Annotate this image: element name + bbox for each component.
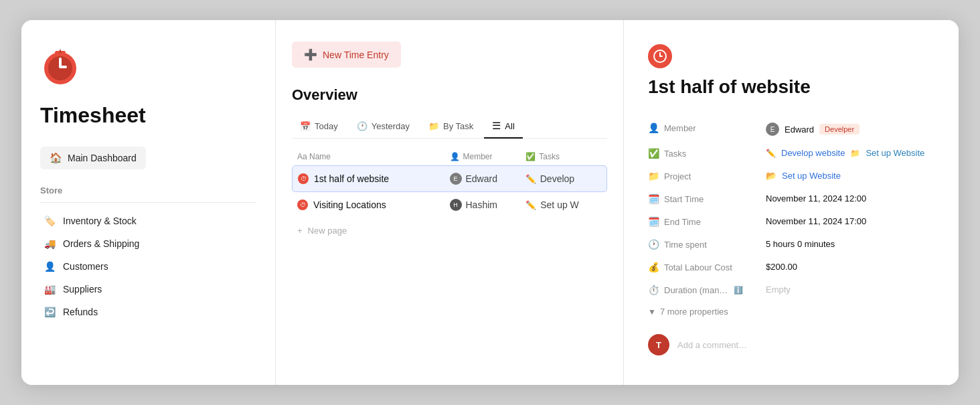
start-time-label: Start Time <box>664 194 704 204</box>
col-name-header: Aa Name <box>297 152 450 161</box>
property-start-time: 🗓️ Start Time November 11, 2024 12:00 <box>648 187 934 210</box>
tasks-label: Tasks <box>664 149 686 159</box>
entry-title: 1st half of website <box>648 76 934 98</box>
store-section-label: Store <box>40 185 256 195</box>
row-name: ⏱ Visiting Locations <box>297 199 450 210</box>
labour-cost-icon: 💰 <box>648 262 659 272</box>
entry-type-icon <box>648 44 672 68</box>
return-icon: ↩️ <box>43 305 56 319</box>
time-spent-icon: 🕐 <box>648 239 659 250</box>
task-link-icon2: 📁 <box>850 149 860 158</box>
end-time-label: End Time <box>664 217 701 227</box>
time-entry-icon: ⏱ <box>297 199 308 210</box>
task-link-icon1: ✏️ <box>766 149 776 158</box>
comment-area: T Add a comment… <box>648 334 934 355</box>
svg-rect-5 <box>60 50 61 54</box>
new-page-label: New page <box>308 226 347 236</box>
sidebar-item-label: Inventory & Stock <box>63 216 137 226</box>
new-time-entry-button[interactable]: ➕ New Time Entry <box>292 42 401 68</box>
member-col-icon: 👤 <box>450 152 460 161</box>
comment-placeholder[interactable]: Add a comment… <box>677 340 747 350</box>
svg-rect-8 <box>659 56 663 57</box>
property-project: 📁 Project 📂 Set up Website <box>648 165 934 187</box>
member-prop-icon: 👤 <box>648 123 659 133</box>
more-props-label: 7 more properties <box>660 307 728 317</box>
tab-today[interactable]: 📅 Today <box>292 116 346 138</box>
member-value-avatar: E <box>766 123 779 136</box>
sidebar-item-label: Orders & Shipping <box>63 238 139 249</box>
time-spent-label: Time spent <box>664 240 707 250</box>
task-icon: ✏️ <box>525 174 536 184</box>
task-value2[interactable]: Set up Website <box>866 148 924 158</box>
row-member: H Hashim <box>450 199 526 211</box>
tab-yesterday[interactable]: 🕐 Yesterday <box>349 116 418 138</box>
property-tasks: ✅ Tasks ✏️ Develop website 📁 Set up Webs… <box>648 142 934 165</box>
filter-tabs: 📅 Today 🕐 Yesterday 📁 By Task ☰ All <box>292 114 607 139</box>
time-spent-value: 5 hours 0 minutes <box>766 239 835 249</box>
new-entry-label: New Time Entry <box>323 50 389 60</box>
folder-icon: 📁 <box>428 121 439 131</box>
sidebar-item-refunds[interactable]: ↩️ Refunds <box>40 301 256 323</box>
col-tasks-header: ✅ Tasks <box>525 152 602 161</box>
member-label: Member <box>664 123 696 133</box>
labour-cost-label: Total Labour Cost <box>664 262 732 272</box>
project-prop-icon: 📁 <box>648 171 659 181</box>
add-new-page[interactable]: + New page <box>292 220 607 241</box>
property-labour-cost: 💰 Total Labour Cost $200.00 <box>648 256 934 278</box>
duration-value: Empty <box>766 285 791 295</box>
sidebar-item-orders[interactable]: 🚚 Orders & Shipping <box>40 232 256 255</box>
chevron-down-icon: ▼ <box>648 307 656 317</box>
clock-icon: 🕐 <box>357 121 368 131</box>
calendar-icon: 📅 <box>300 121 311 131</box>
start-time-value: November 11, 2024 12:00 <box>766 193 866 204</box>
end-time-icon: 🗓️ <box>648 216 659 227</box>
tab-today-label: Today <box>315 121 338 131</box>
duration-icon: ⏱️ <box>648 285 659 295</box>
property-time-spent: 🕐 Time spent 5 hours 0 minutes <box>648 233 934 256</box>
middle-panel: ➕ New Time Entry Overview 📅 Today 🕐 Yest… <box>276 20 624 385</box>
property-member: 👤 Member E Edward Develper <box>648 116 934 142</box>
sidebar-item-customers[interactable]: 👤 Customers <box>40 255 256 278</box>
tab-yesterday-label: Yesterday <box>372 121 410 131</box>
tasks-prop-icon: ✅ <box>648 148 659 159</box>
tab-all-label: All <box>505 121 514 131</box>
table-header: Aa Name 👤 Member ✅ Tasks <box>292 148 607 165</box>
task-value1[interactable]: Develop website <box>781 148 845 158</box>
project-value[interactable]: Set up Website <box>782 171 841 181</box>
tab-by-task-label: By Task <box>443 121 473 131</box>
task-icon: ✏️ <box>525 200 536 210</box>
sidebar-item-label: Customers <box>63 261 108 272</box>
row-member: E Edward <box>450 173 525 185</box>
sidebar-item-label: Suppliers <box>63 284 102 295</box>
truck-icon: 🚚 <box>43 237 56 250</box>
col-member-header: 👤 Member <box>450 152 526 161</box>
more-properties[interactable]: ▼ 7 more properties <box>648 307 934 317</box>
overview-title: Overview <box>292 86 607 104</box>
sidebar-item-inventory[interactable]: 🏷️ Inventory & Stock <box>40 210 256 232</box>
app-container: Timesheet 🏠 Main Dashboard Store 🏷️ Inve… <box>21 20 959 385</box>
project-label: Project <box>664 171 691 181</box>
nav-divider <box>40 202 256 203</box>
member-avatar: H <box>450 199 462 211</box>
right-panel: 1st half of website 👤 Member E Edward De… <box>624 20 959 385</box>
row-name: ⏱ 1st half of website <box>298 173 450 184</box>
table-row[interactable]: ⏱ Visiting Locations H Hashim ✏️ Set up … <box>292 192 607 218</box>
info-icon: ℹ️ <box>734 286 743 295</box>
main-dashboard-button[interactable]: 🏠 Main Dashboard <box>40 147 146 169</box>
member-avatar: E <box>450 173 462 185</box>
user-icon: 👤 <box>43 260 56 273</box>
tasks-col-icon: ✅ <box>525 152 536 161</box>
plus-circle-icon: ➕ <box>304 48 317 61</box>
member-value: Edward <box>785 125 814 135</box>
app-title: Timesheet <box>40 103 256 128</box>
duration-label: Duration (man… <box>664 285 728 295</box>
tab-by-task[interactable]: 📁 By Task <box>420 116 481 138</box>
home-icon: 🏠 <box>50 152 62 164</box>
table-row[interactable]: ⏱ 1st half of website E Edward ✏️ Develo… <box>292 165 607 192</box>
property-end-time: 🗓️ End Time November 11, 2024 17:00 <box>648 210 934 233</box>
plus-icon: + <box>297 226 303 236</box>
row-tasks: ✏️ Develop <box>525 173 601 184</box>
svg-rect-2 <box>59 58 62 67</box>
tab-all[interactable]: ☰ All <box>484 114 522 139</box>
sidebar-item-suppliers[interactable]: 🏭 Suppliers <box>40 278 256 301</box>
